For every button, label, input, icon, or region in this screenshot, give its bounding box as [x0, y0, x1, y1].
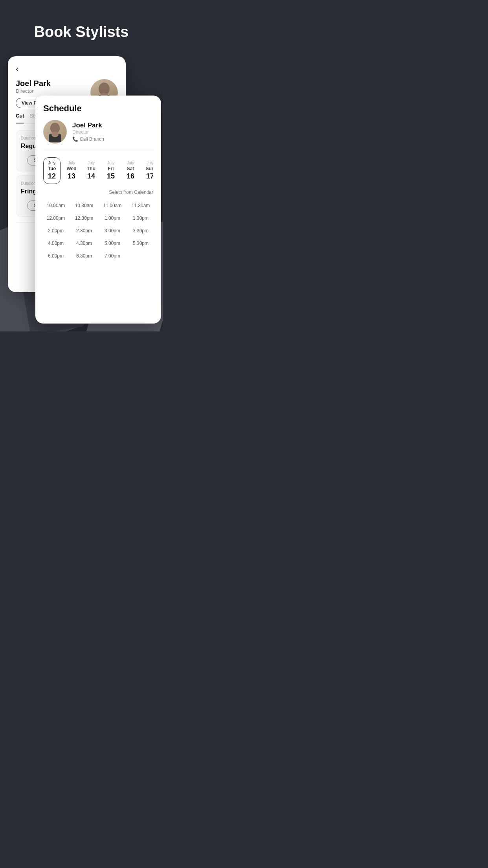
date-tue-12[interactable]: July Tue 12: [43, 157, 61, 184]
time-slot-1130am[interactable]: 11.30am: [128, 201, 153, 210]
schedule-stylist-name: Joel Park: [72, 121, 104, 129]
date-fri-15[interactable]: July Fri 15: [102, 157, 119, 184]
phone-icon: 📞: [72, 136, 78, 142]
tab-cut[interactable]: Cut: [16, 113, 24, 123]
schedule-title: Schedule: [43, 103, 153, 114]
date-sun-17[interactable]: July Sun 17: [141, 157, 153, 184]
time-slot-100pm[interactable]: 1.00pm: [100, 214, 125, 223]
back-button[interactable]: ‹: [16, 64, 18, 74]
date-day-num: 16: [127, 172, 134, 180]
date-day-num: 17: [146, 172, 153, 180]
stylist-name: Joel Park: [16, 79, 59, 88]
time-slot-430pm[interactable]: 4.30pm: [72, 239, 97, 248]
stylist-title-label: Director: [16, 88, 59, 94]
time-slot-630pm[interactable]: 6.30pm: [72, 252, 97, 260]
svg-point-5: [51, 132, 59, 137]
time-slot-1030am[interactable]: 10.30am: [72, 201, 97, 210]
date-month: July: [107, 161, 114, 165]
schedule-card: Schedule Joel Park Director 📞 Call Branc…: [35, 96, 161, 324]
date-month: July: [48, 161, 55, 165]
call-branch[interactable]: 📞 Call Branch: [72, 136, 104, 142]
date-day-name: Fri: [108, 166, 114, 171]
time-slot-230pm[interactable]: 2.30pm: [72, 226, 97, 235]
time-slot-600pm[interactable]: 6.00pm: [43, 252, 68, 260]
time-slot-500pm[interactable]: 5.00pm: [100, 239, 125, 248]
time-slot-130pm[interactable]: 1.30pm: [128, 214, 153, 223]
date-thu-14[interactable]: July Thu 14: [83, 157, 100, 184]
date-day-num: 14: [87, 172, 95, 180]
time-slot-1000am[interactable]: 10.00am: [43, 201, 68, 210]
time-slot-1200pm[interactable]: 12.00pm: [43, 214, 68, 223]
schedule-stylist-title: Director: [72, 129, 104, 135]
call-branch-label: Call Branch: [80, 136, 104, 142]
time-slot-700pm[interactable]: 7.00pm: [100, 252, 125, 260]
time-slot-400pm[interactable]: 4.00pm: [43, 239, 68, 248]
date-month: July: [68, 161, 75, 165]
date-wed-13[interactable]: July Wed 13: [63, 157, 80, 184]
cards-container: ‹ Joel Park Director View Portfolio CutS…: [0, 56, 163, 331]
time-slot-200pm[interactable]: 2.00pm: [43, 226, 68, 235]
date-month: July: [127, 161, 134, 165]
time-slot-300pm[interactable]: 3.00pm: [100, 226, 125, 235]
time-slot-530pm[interactable]: 5.30pm: [128, 239, 153, 248]
date-day-name: Sat: [127, 166, 134, 171]
time-slots-grid: 10.00am10.30am11.00am11.30am12.00pm12.30…: [43, 201, 153, 260]
time-slot-1100am[interactable]: 11.00am: [100, 201, 125, 210]
time-slot-1230pm[interactable]: 12.30pm: [72, 214, 97, 223]
date-day-num: 15: [107, 172, 115, 180]
schedule-avatar: [43, 120, 67, 143]
date-day-name: Thu: [87, 166, 95, 171]
page-title: Book Stylists: [34, 24, 129, 40]
date-month: July: [147, 161, 153, 165]
date-day-name: Tue: [48, 166, 56, 171]
date-day-name: Sun: [146, 166, 153, 171]
time-slot-empty: [128, 252, 153, 260]
date-month: July: [88, 161, 95, 165]
date-day-name: Wed: [66, 166, 76, 171]
schedule-stylist-details: Joel Park Director 📞 Call Branch: [72, 121, 104, 142]
schedule-stylist-info: Joel Park Director 📞 Call Branch: [43, 120, 153, 150]
date-selector: July Tue 12 July Wed 13 July Thu 14 July…: [43, 157, 153, 184]
time-slot-330pm[interactable]: 3.30pm: [128, 226, 153, 235]
date-day-num: 12: [48, 172, 56, 180]
date-sat-16[interactable]: July Sat 16: [122, 157, 139, 184]
date-day-num: 13: [68, 172, 75, 180]
select-from-calendar[interactable]: Select from Calendar: [43, 189, 153, 195]
